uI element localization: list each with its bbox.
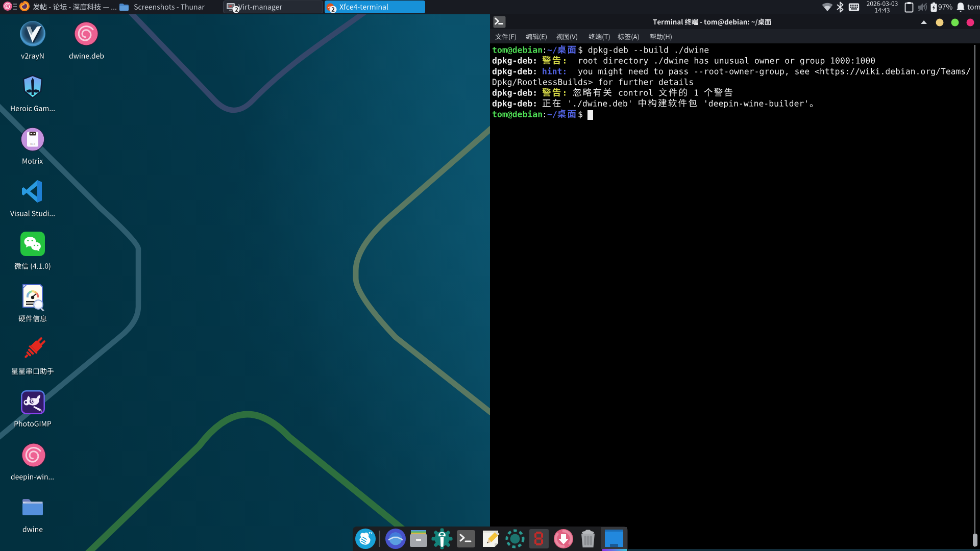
svg-text:m·o: m·o xyxy=(30,142,35,145)
